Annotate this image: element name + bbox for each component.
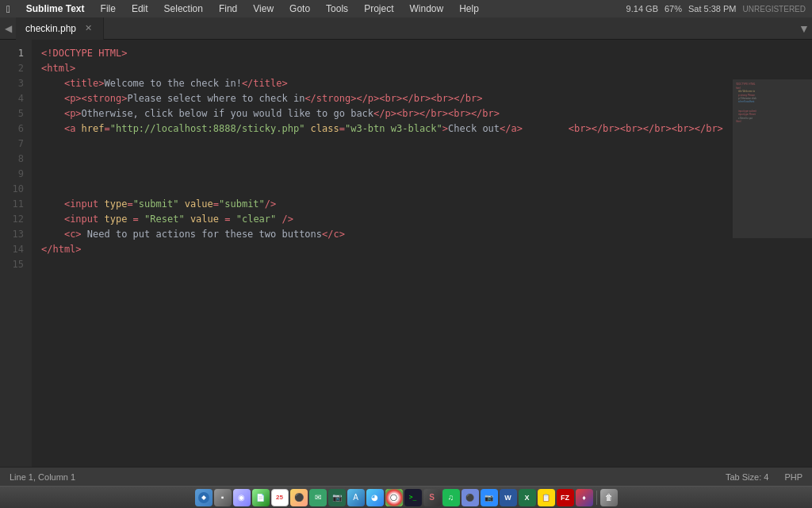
- dock: ▪ ◉ 📄 25 ⚫ ✉ 📷 A ◕ ◯ >_ S ♫ ⚫ 📷 W X: [0, 486, 812, 508]
- line-num-2: 2: [0, 61, 32, 76]
- code-line-14: </html>: [41, 242, 812, 257]
- dock-siri[interactable]: ◉: [233, 489, 251, 506]
- tab-filename: checkin.php: [25, 23, 76, 34]
- line-num-7: 7: [0, 137, 32, 152]
- dock-spotify[interactable]: ♫: [442, 489, 460, 506]
- menu-view[interactable]: View: [250, 3, 277, 14]
- dock-facetime[interactable]: 📷: [328, 489, 346, 506]
- storage-indicator: 9.14 GB: [626, 4, 658, 13]
- line-num-3: 3: [0, 76, 32, 91]
- menu-goto[interactable]: Goto: [286, 3, 313, 14]
- menu-help[interactable]: Help: [456, 3, 482, 14]
- dock-launchpad[interactable]: ▪: [214, 489, 232, 506]
- time-display: Sat 5:38 PM: [688, 4, 737, 13]
- tabbar: ◀ checkin.php ✕ ▼: [0, 17, 812, 40]
- dock-notes[interactable]: 📋: [538, 489, 555, 506]
- line-num-5: 5: [0, 106, 32, 121]
- status-right: Tab Size: 4 PHP: [726, 472, 802, 482]
- line-num-1: 1: [0, 46, 32, 61]
- menu-find[interactable]: Find: [216, 3, 240, 14]
- menu-sublime-text[interactable]: Sublime Text: [23, 3, 88, 14]
- dock-discord[interactable]: ⚫: [462, 489, 479, 506]
- dock-separator: [596, 491, 597, 505]
- line-numbers: 1 2 3 4 5 6 7 8 9 10 11 12 13 14 15: [0, 40, 32, 489]
- code-line-10: [41, 182, 812, 197]
- menu-file[interactable]: File: [98, 3, 119, 14]
- code-line-3: <title>Welcome to the check in!</title>: [41, 76, 812, 91]
- dock-word[interactable]: W: [500, 489, 517, 506]
- tab-arrow-left[interactable]: ◀: [0, 17, 16, 40]
- battery-indicator: 67%: [665, 4, 682, 13]
- code-line-8: [41, 152, 812, 167]
- line-num-14: 14: [0, 242, 32, 257]
- code-line-5: <p>Otherwise, click below if you would l…: [41, 106, 812, 121]
- cursor-position: Line 1, Column 1: [10, 472, 75, 482]
- code-line-11: <input type="submit" value="submit"/>: [41, 197, 812, 212]
- apple-logo[interactable]: : [6, 3, 10, 15]
- code-line-1: <!DOCTYPE HTML>: [41, 46, 812, 61]
- active-tab[interactable]: checkin.php ✕: [16, 17, 104, 40]
- dock-appstore[interactable]: A: [347, 489, 365, 506]
- dock-finder[interactable]: [195, 489, 213, 506]
- code-line-2: <html>: [41, 61, 812, 76]
- dock-photos[interactable]: ⚫: [290, 489, 308, 506]
- code-line-15: [41, 257, 812, 272]
- line-num-10: 10: [0, 182, 32, 197]
- line-num-15: 15: [0, 257, 32, 272]
- code-line-7: [41, 137, 812, 152]
- code-line-9: [41, 167, 812, 182]
- line-num-13: 13: [0, 227, 32, 242]
- dock-chrome[interactable]: ◯: [385, 489, 403, 506]
- line-num-8: 8: [0, 152, 32, 167]
- line-num-12: 12: [0, 212, 32, 227]
- dock-safari[interactable]: ◕: [366, 489, 384, 506]
- line-num-11: 11: [0, 197, 32, 212]
- minimap[interactable]: !DOCTYPE HTML html title Welcome to p st…: [733, 79, 812, 238]
- statusbar: Line 1, Column 1 Tab Size: 4 PHP: [0, 467, 812, 486]
- menubar:  Sublime Text File Edit Selection Find …: [0, 0, 812, 17]
- code-line-13: <c> Need to put actions for these two bu…: [41, 227, 812, 242]
- language-indicator: PHP: [784, 472, 802, 482]
- menu-window[interactable]: Window: [406, 3, 446, 14]
- dock-files[interactable]: 📄: [252, 489, 270, 506]
- menu-tools[interactable]: Tools: [323, 3, 351, 14]
- dock-terminal[interactable]: >_: [404, 489, 422, 506]
- dock-trash[interactable]: 🗑: [600, 489, 618, 506]
- line-num-9: 9: [0, 167, 32, 182]
- menu-edit[interactable]: Edit: [128, 3, 151, 14]
- tab-close-button[interactable]: ✕: [82, 23, 94, 34]
- dock-sublime[interactable]: S: [423, 489, 441, 506]
- dock-zoom[interactable]: 📷: [481, 489, 498, 506]
- dock-misc[interactable]: ♦: [576, 489, 593, 506]
- dock-messages[interactable]: ✉: [309, 489, 327, 506]
- line-num-6: 6: [0, 121, 32, 137]
- dock-excel[interactable]: X: [519, 489, 536, 506]
- line-num-4: 4: [0, 91, 32, 106]
- scrollbar-arrow[interactable]: ▼: [796, 17, 812, 40]
- menu-selection[interactable]: Selection: [161, 3, 206, 14]
- code-line-6: <a href="http://localhost:8888/sticky.ph…: [41, 121, 812, 137]
- code-editor[interactable]: <!DOCTYPE HTML> <html> <title>Welcome to…: [32, 40, 812, 489]
- code-line-4: <p><strong>Please select where to check …: [41, 91, 812, 106]
- dock-calendar[interactable]: 25: [271, 489, 289, 506]
- menu-project[interactable]: Project: [361, 3, 396, 14]
- minimap-content: !DOCTYPE HTML html title Welcome to p st…: [733, 79, 812, 126]
- menubar-right: 9.14 GB 67% Sat 5:38 PM UNREGISTERED: [626, 4, 806, 13]
- editor: 1 2 3 4 5 6 7 8 9 10 11 12 13 14 15 <!DO…: [0, 40, 812, 489]
- unregistered-badge: UNREGISTERED: [743, 5, 806, 13]
- code-line-12: <input type = "Reset" value = "clear" />: [41, 212, 812, 227]
- dock-filezilla[interactable]: FZ: [557, 489, 574, 506]
- tab-size: Tab Size: 4: [726, 472, 768, 482]
